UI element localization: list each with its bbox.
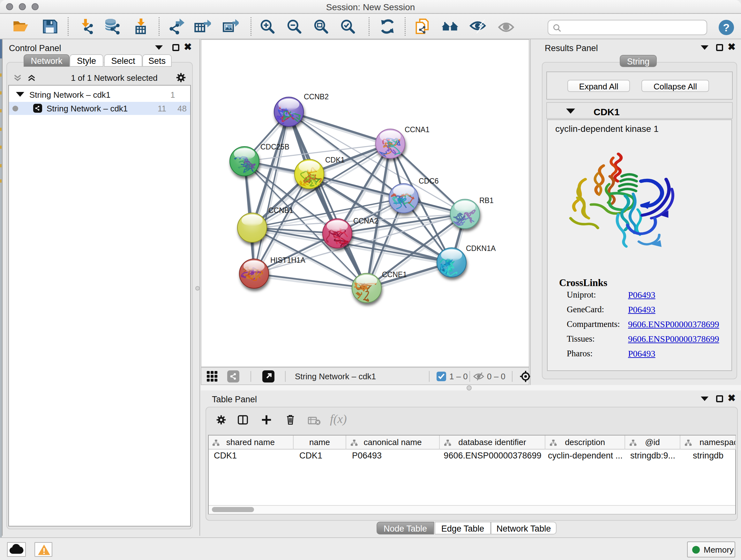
svg-text:CCNB2: CCNB2 — [304, 92, 329, 101]
svg-text:CCNA1: CCNA1 — [405, 125, 429, 134]
svg-text:CCNB1: CCNB1 — [268, 206, 293, 214]
svg-text:CDC25B: CDC25B — [260, 143, 289, 151]
svg-text:CDC6: CDC6 — [419, 177, 439, 185]
svg-text:RB1: RB1 — [479, 196, 494, 205]
svg-text:HIST1H1A: HIST1H1A — [270, 256, 306, 264]
svg-text:CCNE1: CCNE1 — [382, 270, 407, 279]
svg-text:CDKN1A: CDKN1A — [466, 244, 496, 253]
svg-text:CDK1: CDK1 — [325, 156, 345, 164]
svg-text:CCNA2: CCNA2 — [353, 217, 378, 225]
